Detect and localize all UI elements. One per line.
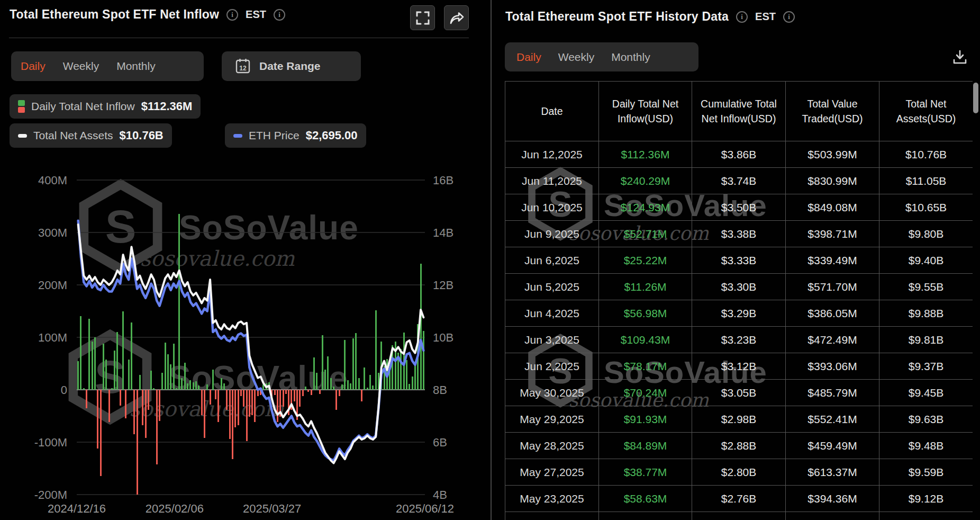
- table-cell: $2.80B: [692, 459, 786, 486]
- outflow-bar: [285, 390, 287, 394]
- inflow-bar: [94, 337, 96, 390]
- table-cell: $3.23B: [692, 327, 786, 353]
- inflow-bar: [364, 367, 365, 390]
- table-row: Jun 6,2025$25.22M$3.33B$339.49M$9.40B: [505, 247, 973, 274]
- inflow-bar: [322, 335, 323, 390]
- inflow-bar: [406, 360, 407, 390]
- table-cell: Jun 3,2025: [505, 327, 599, 353]
- table-cell: $124.93M: [599, 194, 692, 221]
- table-cell: $52.71M: [599, 221, 692, 247]
- legend-total-net-assets[interactable]: Total Net Assets $10.76B: [10, 123, 172, 148]
- inflow-bar: [83, 388, 85, 390]
- inflow-bar: [414, 362, 416, 390]
- right-axis-tick-label: 16B: [433, 174, 453, 187]
- info-icon[interactable]: i: [274, 9, 285, 21]
- table-cell: $9.45B: [879, 380, 973, 406]
- outflow-bar: [277, 390, 278, 422]
- outflow-bar: [283, 390, 284, 407]
- table-cell: $3.12B: [692, 353, 786, 380]
- history-data-panel: SSoSoValuesosovalue.comSSoSoValuesosoval…: [492, 0, 980, 520]
- table-cell: Jun 4,2025: [505, 300, 599, 327]
- fullscreen-icon: [416, 11, 430, 25]
- green-red-bar-swatch-icon: [18, 100, 25, 113]
- outflow-bar: [339, 390, 340, 396]
- white-line-swatch-icon: [18, 134, 27, 138]
- right-axis-tick-label: 8B: [433, 383, 447, 397]
- outflow-bar: [159, 390, 160, 421]
- legend-label: Daily Total Net Inflow: [31, 100, 135, 113]
- table-scrollbar-thumb[interactable]: [973, 83, 978, 113]
- inflow-bar: [367, 388, 368, 390]
- table-cell: $3.86B: [692, 141, 786, 168]
- table-cell: $56.98M: [599, 300, 692, 327]
- legend-value: $2,695.00: [306, 129, 358, 142]
- right-axis-tick-label: 4B: [433, 488, 447, 501]
- inflow-bar: [333, 387, 334, 390]
- inflow-bar: [324, 370, 326, 390]
- history-table: DateDaily Total Net Inflow(USD)Cumulativ…: [505, 81, 973, 520]
- outflow-bar: [156, 390, 158, 464]
- table-cell: $2.88B: [692, 433, 786, 459]
- left-axis-tick-label: -100M: [34, 436, 67, 449]
- legend-label: Total Net Assets: [33, 129, 113, 142]
- left-axis-tick-label: 300M: [38, 226, 67, 239]
- inflow-bar: [341, 384, 343, 390]
- right-panel-header: Total Ethereum Spot ETF History Data i E…: [505, 10, 795, 24]
- inflow-bar: [195, 381, 197, 390]
- legend-daily-net-inflow[interactable]: Daily Total Net Inflow $112.36M: [10, 94, 201, 119]
- table-cell: $3.74B: [692, 168, 786, 194]
- outflow-bar: [249, 390, 250, 417]
- date-range-button[interactable]: 12 Date Range: [222, 51, 361, 81]
- table-cell: $9.81B: [879, 327, 973, 353]
- inflow-bar: [189, 380, 191, 390]
- table-cell: $339.49M: [786, 247, 879, 274]
- table-row: Jun 5,2025$11.26M$3.30B$571.70M$9.55B: [505, 274, 973, 300]
- table-row: Jun 3,2025$109.43M$3.23B$472.49M$9.81B: [505, 327, 973, 353]
- sosovalue-watermark: SSoSoValuesosovalue.com: [84, 184, 358, 271]
- fullscreen-button[interactable]: [410, 5, 435, 30]
- outflow-bar: [254, 390, 256, 422]
- inflow-bar: [80, 316, 81, 390]
- left-interval-tabs: Daily Weekly Monthly: [11, 51, 204, 81]
- inflow-bar: [206, 384, 208, 390]
- legend-eth-price[interactable]: ETH Price $2,695.00: [225, 123, 366, 148]
- outflow-bar: [108, 390, 110, 422]
- table-row: Jun 10,2025$124.93M$3.50B$849.08M$10.65B: [505, 194, 973, 221]
- info-icon[interactable]: i: [736, 11, 748, 23]
- table-cell: $849.08M: [786, 194, 879, 221]
- sosovalue-logo-watermark: S: [105, 200, 137, 253]
- inflow-bar: [355, 333, 357, 390]
- left-axis-tick-label: -200M: [34, 488, 67, 501]
- left-axis-tick-label: 200M: [38, 279, 67, 292]
- outflow-bar: [302, 390, 304, 396]
- table-cell: $10.65B: [879, 194, 973, 221]
- table-cell: $2.98B: [692, 406, 786, 433]
- inflow-bar: [350, 383, 351, 390]
- outflow-bar: [274, 390, 276, 395]
- table-cell: $10.76B: [879, 141, 973, 168]
- info-icon[interactable]: i: [783, 11, 795, 23]
- inflow-bar: [178, 214, 180, 390]
- tab-weekly[interactable]: Weekly: [63, 60, 99, 73]
- share-button[interactable]: [444, 5, 469, 30]
- right-axis-tick-label: 14B: [433, 226, 453, 239]
- outflow-bar: [234, 390, 236, 427]
- table-cell: $3.33B: [692, 247, 786, 274]
- outflow-bar: [299, 390, 301, 407]
- table-cell: $386.05M: [786, 300, 879, 327]
- blue-line-swatch-icon: [233, 134, 242, 138]
- outflow-bar: [238, 390, 239, 425]
- inflow-bar: [128, 360, 130, 390]
- table-cell: $3.50B: [692, 194, 786, 221]
- table-cell: Jun 6,2025: [505, 247, 599, 274]
- table-cell: $9.37B: [879, 353, 973, 380]
- outflow-bar: [311, 390, 312, 395]
- inflow-bar: [198, 385, 199, 390]
- tab-daily[interactable]: Daily: [21, 60, 46, 73]
- table-header-cell: Daily Total Net Inflow(USD): [599, 82, 692, 141]
- inflow-bar: [352, 338, 354, 390]
- table-row: May 23,2025$58.63M$2.76B$394.36M$9.12B: [505, 486, 973, 512]
- tab-monthly[interactable]: Monthly: [116, 60, 156, 73]
- info-icon[interactable]: i: [226, 9, 238, 21]
- table-header-cell: Total Value Traded(USD): [786, 82, 879, 141]
